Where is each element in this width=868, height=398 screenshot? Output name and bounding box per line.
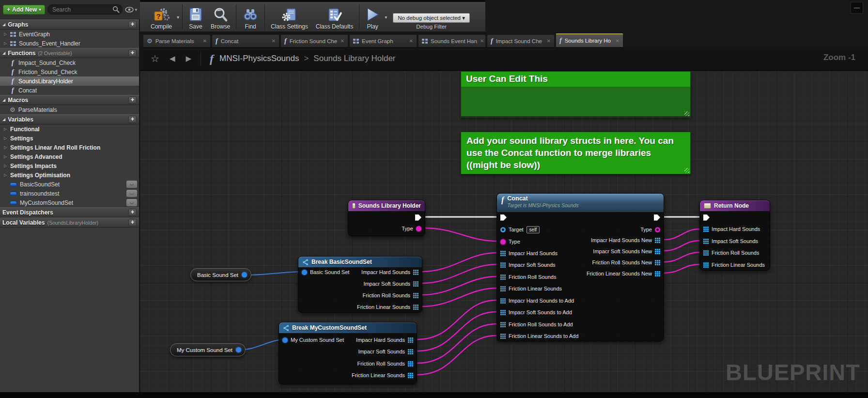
object-pin-icon[interactable] — [242, 272, 247, 277]
exec-in-pin[interactable] — [703, 213, 710, 222]
array-pin-icon[interactable] — [408, 361, 413, 367]
sidebar-item-basicsoundset[interactable]: BasicSoundSet ◡ — [0, 180, 139, 189]
node-header[interactable]: Break BasicSoundSet — [298, 257, 422, 267]
node-header[interactable]: Return Node — [700, 200, 770, 211]
array-in-pin[interactable]: Impacr Hard Sounds to Add — [500, 296, 574, 306]
play-dropdown-caret[interactable]: ▾ — [385, 15, 387, 20]
exec-pin-icon[interactable] — [500, 214, 507, 221]
sidebar-item-sounds-event-handler[interactable]: ▷ Sounds_Event_Handler — [0, 39, 139, 48]
array-pin-icon[interactable] — [703, 262, 709, 268]
node-return[interactable]: Return Node Impact Hard Sounds Impact So… — [699, 200, 770, 271]
array-out-pin[interactable]: Friction Linear Sounds — [357, 302, 418, 312]
array-in-pin[interactable]: Impact Soft Sounds — [703, 236, 758, 246]
array-pin-icon[interactable] — [408, 349, 413, 354]
node-break-basicsoundset[interactable]: Break BasicSoundSet Basic Sound Set Impa… — [298, 256, 422, 313]
array-in-pin[interactable]: Friction Roll Sounds — [703, 248, 759, 258]
array-out-pin[interactable]: Friction Roll Sounds New — [592, 258, 661, 267]
array-in-pin[interactable]: Friction Roll Sounds — [500, 272, 556, 282]
close-icon[interactable]: ✕ — [547, 38, 551, 44]
class-settings-button[interactable]: Class Settings — [267, 6, 312, 31]
exec-out-pin[interactable] — [415, 213, 421, 222]
array-pin-icon[interactable] — [655, 271, 660, 276]
array-pin-icon[interactable] — [500, 275, 506, 280]
add-macro-button[interactable]: + — [128, 96, 137, 104]
array-pin-icon[interactable] — [500, 298, 506, 304]
array-out-pin[interactable]: Impacr Hard Sounds New — [591, 235, 660, 245]
array-in-pin[interactable]: Friction Linear Sounds to Add — [500, 331, 578, 341]
macros-section-header[interactable]: ◢ Macros + — [0, 95, 139, 105]
array-pin-icon[interactable] — [408, 373, 413, 378]
array-pin-icon[interactable] — [655, 238, 660, 243]
array-in-pin[interactable]: Friction Linear Sounds — [500, 284, 562, 293]
compile-button[interactable]: ? Compile — [147, 6, 176, 31]
tab-friction-sound-check[interactable]: f Friction Sound Che ✕ — [280, 34, 348, 47]
search-input[interactable] — [47, 4, 123, 15]
class-defaults-button[interactable]: Class Defaults — [312, 6, 357, 31]
variable-category-settings-optimisation[interactable]: ▷ Settings Optimisation — [0, 170, 139, 180]
graphs-section-header[interactable]: ◢ Graphs + — [0, 19, 139, 30]
self-value-box[interactable]: self — [527, 226, 540, 233]
compile-dropdown-caret[interactable]: ▾ — [177, 15, 179, 20]
add-function-button[interactable]: + — [128, 49, 137, 57]
struct-pin-icon[interactable] — [416, 226, 421, 231]
node-header[interactable]: Sounds Library Holder — [348, 200, 425, 211]
exec-in-pin[interactable] — [500, 213, 507, 222]
array-pin-icon[interactable] — [655, 249, 660, 254]
array-pin-icon[interactable] — [413, 281, 418, 287]
object-pin-icon[interactable] — [302, 270, 307, 275]
array-pin-icon[interactable] — [413, 270, 418, 275]
sidebar-item-mycustomsoundset[interactable]: MyCustomSoundSet ◡ — [0, 198, 139, 207]
array-in-pin[interactable]: Friction Linear Sounds — [703, 260, 765, 270]
add-variable-button[interactable]: + — [128, 116, 137, 123]
array-out-pin[interactable]: Impacr Soft Sounds — [358, 347, 413, 356]
add-dispatcher-button[interactable]: + — [128, 209, 137, 216]
breadcrumb-root[interactable]: MNSI-PhysicsSounds — [219, 54, 299, 63]
find-button[interactable]: Find — [238, 6, 263, 31]
sidebar-item-parsematerials[interactable]: ⚙ ParseMaterials — [0, 105, 139, 114]
close-icon[interactable]: ✕ — [616, 38, 620, 44]
node-header[interactable]: f Concat Target is MNSI-Physics Sounds — [497, 194, 664, 212]
array-in-pin[interactable]: Impact Hard Sounds — [703, 224, 760, 234]
browse-button[interactable]: Browse — [207, 6, 234, 31]
struct-in-pin[interactable]: Basic Sound Set — [302, 267, 349, 277]
exec-pin-icon[interactable] — [703, 214, 710, 221]
variable-category-settings[interactable]: ▷ Settings — [0, 134, 139, 143]
variable-category-settings-advanced[interactable]: ▷ Settings Advanced — [0, 152, 139, 161]
type-in-pin[interactable]: Type — [500, 237, 520, 246]
type-out-pin[interactable]: Type — [640, 225, 660, 234]
tab-sounds-library-holder[interactable]: f Sounds Library Ho ✕ — [556, 33, 623, 47]
array-in-pin[interactable]: Friction Roll Sounds to Add — [500, 320, 573, 329]
tab-impact-sound-check[interactable]: f Impact Sound Che ✕ — [487, 34, 555, 47]
comment-box-user-can-edit[interactable]: User Can Edit This — [461, 71, 691, 118]
variable-category-functional[interactable]: ▷ Functional — [0, 124, 139, 134]
array-in-pin[interactable]: Impacr Soft Sounds to Add — [500, 307, 572, 317]
close-icon[interactable]: ✕ — [409, 38, 413, 44]
functions-section-header[interactable]: ◢ Functions (2 Overridable) + — [0, 48, 139, 58]
array-pin-icon[interactable] — [703, 227, 709, 232]
variable-node-my-custom-sound-set[interactable]: My Custom Sound Set — [170, 343, 246, 356]
variable-category-settings-linear-roll[interactable]: ▷ Settings Linear And Roll Friction — [0, 143, 139, 152]
tab-sounds-event-handler[interactable]: Sounds Event Han ✕ — [418, 34, 486, 47]
local-variables-section-header[interactable]: Local Variables (SoundsLibraryHolder) + — [0, 217, 139, 228]
variable-category-settings-impacts[interactable]: ▷ Settings Impacts — [0, 161, 139, 170]
variable-node-basic-sound-set[interactable]: Basic Sound Set — [190, 268, 251, 281]
visibility-filter-button[interactable]: ▾ — [125, 7, 137, 13]
resize-handle[interactable] — [684, 168, 689, 173]
tab-parse-materials[interactable]: ⚙ Parse Materials ✕ — [143, 34, 211, 47]
nav-back-icon[interactable]: ◀ — [170, 54, 175, 63]
node-concat[interactable]: f Concat Target is MNSI-Physics Sounds T… — [496, 193, 664, 341]
array-pin-icon[interactable] — [500, 322, 506, 327]
close-icon[interactable]: ✕ — [203, 38, 207, 44]
array-pin-icon[interactable] — [655, 260, 660, 265]
resize-handle[interactable] — [684, 111, 689, 116]
array-out-pin[interactable]: Impacr Hard Sounds — [356, 335, 413, 345]
array-out-pin[interactable]: Friction Linear Sounds New — [587, 269, 660, 278]
close-icon[interactable]: ✕ — [272, 38, 276, 44]
sidebar-item-soundslibraryholder[interactable]: f SoundsLibraryHolder — [0, 77, 139, 86]
play-button[interactable]: Play — [361, 6, 384, 31]
tab-event-graph[interactable]: Event Graph ✕ — [349, 34, 417, 47]
visibility-closed-eye-icon[interactable]: ◡ — [126, 190, 137, 197]
window-minimize-control[interactable]: — — [851, 2, 863, 14]
event-dispatchers-section-header[interactable]: Event Dispatchers + — [0, 207, 139, 217]
target-pin[interactable]: Target self — [500, 225, 540, 234]
